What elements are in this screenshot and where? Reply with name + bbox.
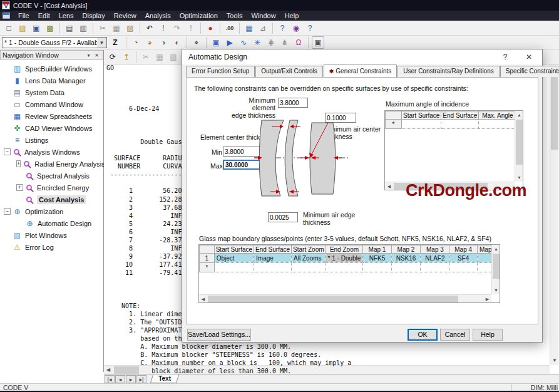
menu-lens[interactable]: Lens [54,11,78,21]
refresh-icon[interactable]: ⟳ [106,51,119,63]
context-help-icon[interactable]: ? [304,22,316,34]
menu-edit[interactable]: Edit [34,11,54,21]
title-bar[interactable]: V CODE V - [Cost Analysis] [0,0,559,11]
rel-illum-icon[interactable]: ⋕ [265,36,277,49]
grid-cell[interactable]: NFK5 [363,254,391,263]
sidebar-item-cost-analysis[interactable]: Cost Analysis [0,193,103,205]
sidebar-item-plot-windows[interactable]: ▧Plot Windows [0,229,103,241]
tab-text[interactable]: Text [150,374,179,383]
menu-window[interactable]: Window [247,11,280,21]
undo-run-icon[interactable]: ! [157,22,170,34]
stop-icon[interactable]: ● [204,22,217,34]
ray-aberration-icon[interactable]: ◔ [130,36,142,49]
grid-cell[interactable] [391,263,421,272]
copy-icon[interactable]: ▦ [110,22,123,34]
grid-cell[interactable] [441,120,479,129]
grid-cell[interactable]: NLAF2 [421,254,449,263]
min-edge-thickness-field[interactable] [278,98,308,108]
draw-icon[interactable]: ▶ [223,36,236,49]
grid-horizontal-scrollbar[interactable]: ◀ ▶ [199,294,491,302]
mtf-icon[interactable]: ∿ [237,36,250,49]
dialog-help-icon[interactable]: ? [498,51,512,63]
tab-nav-button-0[interactable]: |◂ [105,375,115,383]
export-icon[interactable]: ↥ [120,51,133,63]
sidebar-item-command-window[interactable]: ▭Command Window [0,98,103,110]
save-all-icon[interactable]: ▩ [44,22,56,34]
grid-cell[interactable] [479,120,516,129]
save-icon[interactable]: ▣ [30,22,43,34]
sidebar-item-lens-data-manager[interactable]: ▮Lens Data Manager [0,75,103,86]
menu-analysis[interactable]: Analysis [141,11,175,21]
undo-icon[interactable]: ↶ [143,22,156,34]
scroll-right-icon[interactable]: ▶ [483,295,491,303]
decimal-format-icon[interactable]: .00 [223,22,236,34]
window-image-icon[interactable]: ▦ [243,22,255,34]
dialog-title-bar[interactable]: Automatic Design [182,49,542,64]
open-folder-icon[interactable]: ▨ [16,22,29,34]
scrollbar-thumb[interactable] [551,75,558,150]
table-row[interactable]: 1ObjectImageAll Zooms* 1 - DoubleNFK5NSK… [200,254,500,263]
row-header-cell[interactable]: * [200,263,215,272]
eye-icon[interactable]: ◉ [290,22,302,34]
combo-dropdown-icon[interactable]: ▼ [97,38,106,48]
menu-file[interactable]: File [14,11,34,21]
sidebar-item-spectral-analysis[interactable]: Spectral Analysis [0,170,103,182]
scroll-up-icon[interactable]: ▲ [492,245,500,253]
paste-icon[interactable]: ▧ [167,51,180,63]
sidebar-item-analysis-windows[interactable]: −Analysis Windows [0,146,103,158]
grid-cell[interactable]: Object [214,254,254,263]
scroll-left-icon[interactable]: ◀ [199,295,207,303]
psf-icon[interactable]: ✳ [251,36,264,49]
grid-cell[interactable] [449,263,477,272]
tab-output-exit-controls[interactable]: Output/Exit Controls [255,66,322,77]
tab-error-function-setup[interactable]: Error Function Setup [186,66,255,77]
grid-cell[interactable] [326,263,363,272]
scroll-left-icon[interactable]: ◀ [385,182,393,190]
print-icon[interactable]: ▤ [63,22,76,34]
tab-nav-button-3[interactable]: ▸| [136,375,146,383]
scrollbar-thumb[interactable] [516,120,523,165]
table-row[interactable]: * [386,120,516,129]
autofocus-icon[interactable]: ⌖ [190,36,203,49]
zoom-z-button[interactable]: Z [110,37,121,48]
ok-button[interactable]: OK [408,329,438,341]
sidebar-item-encircled-energy[interactable]: +Encircled Energy [0,182,103,193]
grid-cell[interactable] [363,263,391,272]
pane-close-icon[interactable]: ✕ [93,53,101,58]
help-topics-icon[interactable]: ? [276,22,289,34]
sidebar-item-review-spreadsheets[interactable]: ▦Review Spreadsheets [0,110,103,122]
navigation-pane-header[interactable]: Navigation Window ▾ ✕ [0,50,103,60]
layout-plot-icon[interactable]: ▣ [210,36,222,49]
sidebar-item-listings[interactable]: ≡Listings [0,134,103,146]
grid-cell[interactable]: SF4 [449,254,477,263]
grid-cell[interactable] [214,263,254,272]
table-row[interactable]: * [200,263,500,272]
menu-help[interactable]: Help [280,11,304,21]
grid-cell[interactable]: NSK16 [391,254,421,263]
menu-display[interactable]: Display [78,11,110,21]
scroll-down-icon[interactable]: ▼ [550,356,559,365]
grid-cell[interactable] [254,263,292,272]
sidebar-item-cad-viewer-windows[interactable]: ✜CAD Viewer Windows [0,122,103,134]
tab-specific-constraints[interactable]: Specific Constraints [500,66,559,77]
sidebar-item-specbuilder-windows[interactable]: ▥SpecBuilder Windows [0,63,103,75]
scroll-up-icon[interactable]: ▲ [515,111,523,119]
grid-cell[interactable]: All Zooms [292,254,326,263]
grid-vertical-scrollbar[interactable]: ▲ ▼ [515,111,523,182]
grid-vertical-scrollbar[interactable]: ▲ ▼ [491,245,500,294]
help-button[interactable]: Help [473,329,503,341]
lens-selector-combo[interactable]: * 1 - Double Gauss F/2 - Available Gl ▼ [2,37,107,48]
sidebar-item-radial-energy-analysis[interactable]: +Radial Energy Analysis [0,158,103,170]
copy-icon[interactable]: ▦ [153,51,166,63]
redo-icon[interactable]: ↷ [171,22,183,34]
glass-map-table[interactable]: Start SurfaceEnd SurfaceStart ZoomEnd Zo… [199,245,500,272]
cut-icon[interactable]: ✂ [96,22,109,34]
sidebar-item-optimization[interactable]: −⊕Optimization [0,205,103,217]
cancel-button[interactable]: Cancel [440,329,470,341]
tab-nav-button-2[interactable]: ▸ [126,375,136,383]
field-plot-icon[interactable]: ⋔ [279,36,291,49]
document-window-icon[interactable] [3,13,10,19]
tab-user-constraints-ray-definitions[interactable]: User Constraints/Ray Definitions [397,66,500,77]
tree-expand-toggle[interactable]: − [4,208,11,215]
tab-nav-button-1[interactable]: ◂ [115,375,125,383]
